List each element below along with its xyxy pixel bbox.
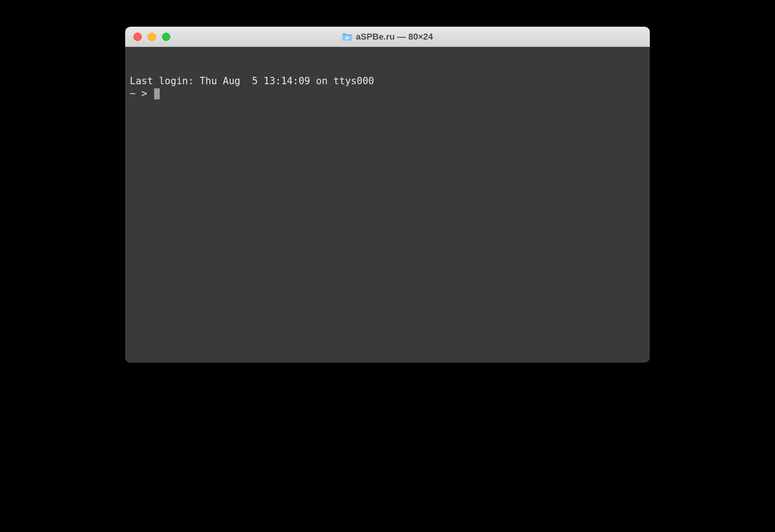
title-container: aSPBe.ru — 80×24 xyxy=(342,32,433,42)
terminal-window: aSPBe.ru — 80×24 Last login: Thu Aug 5 1… xyxy=(125,27,650,363)
titlebar[interactable]: aSPBe.ru — 80×24 xyxy=(125,27,650,47)
home-folder-icon xyxy=(342,33,352,41)
last-login-text: Last login: Thu Aug 5 13:14:09 on ttys00… xyxy=(130,75,645,87)
zoom-button[interactable] xyxy=(162,33,170,41)
traffic-lights xyxy=(125,33,170,41)
minimize-button[interactable] xyxy=(148,33,156,41)
terminal-body[interactable]: Last login: Thu Aug 5 13:14:09 on ttys00… xyxy=(125,47,650,363)
prompt-line: ~ > xyxy=(130,87,645,100)
cursor xyxy=(154,88,160,99)
close-button[interactable] xyxy=(133,33,142,41)
prompt-text: ~ > xyxy=(130,87,153,100)
window-title: aSPBe.ru — 80×24 xyxy=(356,32,433,42)
